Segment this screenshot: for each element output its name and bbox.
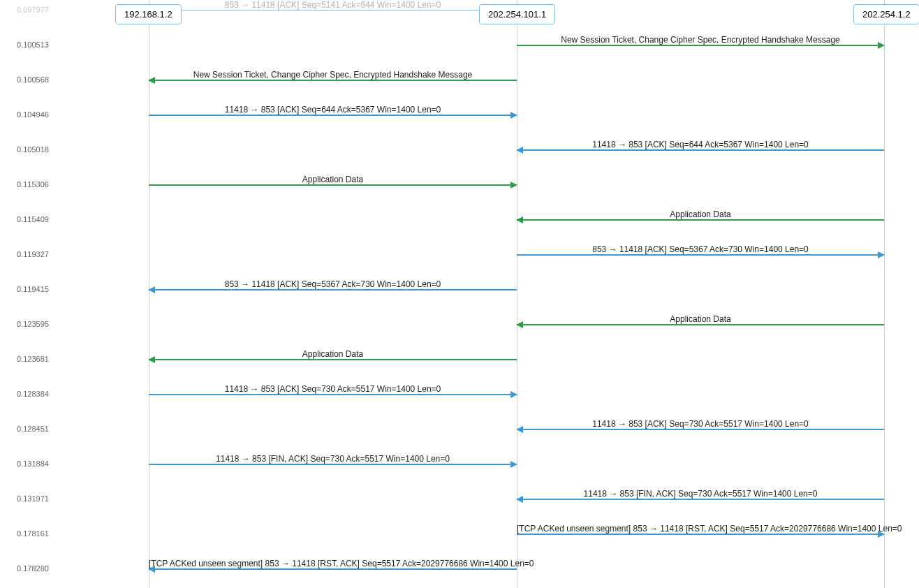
flow-label: Application Data xyxy=(149,175,517,184)
timestamp: 0.104946 xyxy=(17,110,49,119)
flow-arrow[interactable]: 853 → 11418 [ACK] Seq=5141 Ack=644 Win=1… xyxy=(149,10,517,11)
flow-row[interactable]: 0.100568New Session Ticket, Change Ciphe… xyxy=(0,67,919,95)
flow-row[interactable]: 0.12845111418 → 853 [ACK] Seq=730 Ack=55… xyxy=(0,416,919,444)
flow-arrow[interactable]: Application Data xyxy=(149,359,517,360)
timestamp: 0.100513 xyxy=(17,41,49,49)
flow-label: New Session Ticket, Change Cipher Spec, … xyxy=(517,35,884,45)
flow-graph: 192.168.1.2 202.254.101.1 202.254.1.2 0.… xyxy=(0,0,919,588)
timestamp: 0.123681 xyxy=(17,355,49,363)
flow-row[interactable]: 0.178280[TCP ACKed unseen segment] 853 →… xyxy=(0,556,919,584)
flow-row[interactable]: 0.100513New Session Ticket, Change Ciphe… xyxy=(0,32,919,60)
timestamp: 0.097977 xyxy=(17,6,49,14)
host-c-header[interactable]: 202.254.1.2 xyxy=(853,4,919,24)
flow-row[interactable]: 0.123595Application Data xyxy=(0,311,919,339)
flow-row[interactable]: 0.119415853 → 11418 [ACK] Seq=5367 Ack=7… xyxy=(0,277,919,304)
flow-arrow[interactable]: 11418 → 853 [ACK] Seq=730 Ack=5517 Win=1… xyxy=(517,429,884,430)
flow-label: [TCP ACKed unseen segment] 853 → 11418 [… xyxy=(517,524,884,534)
timestamp: 0.123595 xyxy=(17,320,49,328)
flow-label: Application Data xyxy=(517,314,884,324)
flow-arrow[interactable]: 11418 → 853 [FIN, ACK] Seq=730 Ack=5517 … xyxy=(149,464,517,465)
flow-arrow[interactable]: 11418 → 853 [ACK] Seq=644 Ack=5367 Win=1… xyxy=(149,115,517,116)
flow-label: Application Data xyxy=(149,349,517,359)
flow-arrow[interactable]: 11418 → 853 [FIN, ACK] Seq=730 Ack=5517 … xyxy=(517,499,884,500)
flow-label: 11418 → 853 [ACK] Seq=644 Ack=5367 Win=1… xyxy=(517,140,884,149)
flow-label: 11418 → 853 [FIN, ACK] Seq=730 Ack=5517 … xyxy=(517,489,884,499)
timestamp: 0.100568 xyxy=(17,75,49,84)
timestamp: 0.178280 xyxy=(17,564,49,573)
host-b-header[interactable]: 202.254.101.1 xyxy=(479,4,555,24)
flow-arrow[interactable]: [TCP ACKed unseen segment] 853 → 11418 [… xyxy=(149,568,517,570)
flow-label: 853 → 11418 [ACK] Seq=5367 Ack=730 Win=1… xyxy=(517,244,884,254)
timestamp: 0.119327 xyxy=(17,250,49,258)
timestamp: 0.115409 xyxy=(17,215,49,223)
flow-label: [TCP ACKed unseen segment] 853 → 11418 [… xyxy=(149,559,517,568)
flow-arrow[interactable]: 11418 → 853 [ACK] Seq=644 Ack=5367 Win=1… xyxy=(517,149,884,151)
flow-label: New Session Ticket, Change Cipher Spec, … xyxy=(149,70,517,80)
flow-label: 11418 → 853 [ACK] Seq=730 Ack=5517 Win=1… xyxy=(149,384,517,394)
flow-row[interactable]: 0.178161[TCP ACKed unseen segment] 853 →… xyxy=(0,521,919,549)
flow-row[interactable]: 0.10501811418 → 853 [ACK] Seq=644 Ack=53… xyxy=(0,137,919,165)
flow-label: 853 → 11418 [ACK] Seq=5367 Ack=730 Win=1… xyxy=(149,279,517,289)
flow-row[interactable]: 0.10494611418 → 853 [ACK] Seq=644 Ack=53… xyxy=(0,102,919,130)
timestamp: 0.119415 xyxy=(17,285,49,293)
timestamp: 0.115306 xyxy=(17,180,49,189)
flow-row[interactable]: 0.13197111418 → 853 [FIN, ACK] Seq=730 A… xyxy=(0,486,919,514)
flow-label: 11418 → 853 [FIN, ACK] Seq=730 Ack=5517 … xyxy=(149,454,517,464)
flow-arrow[interactable]: Application Data xyxy=(149,184,517,186)
timestamp: 0.131884 xyxy=(17,460,49,468)
flow-row[interactable]: 0.12838411418 → 853 [ACK] Seq=730 Ack=55… xyxy=(0,381,919,409)
flow-arrow[interactable]: 853 → 11418 [ACK] Seq=5367 Ack=730 Win=1… xyxy=(517,254,884,256)
host-a-header[interactable]: 192.168.1.2 xyxy=(115,4,182,24)
timestamp: 0.178161 xyxy=(17,529,49,538)
flow-arrow[interactable]: Application Data xyxy=(517,219,884,221)
flow-label: 853 → 11418 [ACK] Seq=5141 Ack=644 Win=1… xyxy=(149,0,517,10)
flow-arrow[interactable]: New Session Ticket, Change Cipher Spec, … xyxy=(517,45,884,46)
timestamp: 0.105018 xyxy=(17,145,49,154)
flow-row[interactable]: 0.115306Application Data xyxy=(0,172,919,200)
flow-row[interactable]: 0.119327853 → 11418 [ACK] Seq=5367 Ack=7… xyxy=(0,242,919,270)
flow-arrow[interactable]: 853 → 11418 [ACK] Seq=5367 Ack=730 Win=1… xyxy=(149,289,517,291)
flow-label: Application Data xyxy=(517,210,884,219)
timestamp: 0.128451 xyxy=(17,425,49,433)
flow-row[interactable]: 0.13188411418 → 853 [FIN, ACK] Seq=730 A… xyxy=(0,451,919,479)
timestamp: 0.131971 xyxy=(17,494,49,503)
flow-arrow[interactable]: New Session Ticket, Change Cipher Spec, … xyxy=(149,80,517,81)
flow-arrow[interactable]: [TCP ACKed unseen segment] 853 → 11418 [… xyxy=(517,534,884,535)
flow-label: 11418 → 853 [ACK] Seq=730 Ack=5517 Win=1… xyxy=(517,419,884,429)
flow-row[interactable]: 0.123681Application Data xyxy=(0,346,919,374)
flow-label: 11418 → 853 [ACK] Seq=644 Ack=5367 Win=1… xyxy=(149,105,517,115)
flow-arrow[interactable]: Application Data xyxy=(517,324,884,325)
timestamp: 0.128384 xyxy=(17,390,49,398)
flow-arrow[interactable]: 11418 → 853 [ACK] Seq=730 Ack=5517 Win=1… xyxy=(149,394,517,395)
flow-row[interactable]: 0.115409Application Data xyxy=(0,207,919,235)
